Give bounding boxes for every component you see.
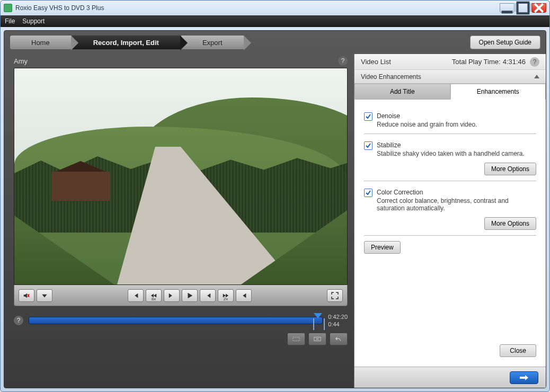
time-position: 0:44 (328, 321, 339, 327)
stabilize-desc: Stabilize shaky video taken with a handh… (377, 150, 525, 157)
skip-end-button[interactable] (236, 289, 252, 302)
step-back-button[interactable] (164, 289, 180, 302)
next-button[interactable] (510, 371, 538, 384)
enhancement-stabilize: Stabilize Stabilize shaky video taken wi… (364, 136, 536, 181)
svg-rect-0 (502, 11, 513, 13)
timeline-scrubber[interactable] (29, 317, 323, 324)
maximize-button[interactable] (516, 3, 530, 13)
color-correction-checkbox[interactable] (364, 189, 372, 197)
app-window: Roxio Easy VHS to DVD 3 Plus File Suppor… (0, 0, 550, 392)
video-list-label: Video List (361, 58, 391, 66)
playhead-icon[interactable] (314, 313, 322, 318)
tab-add-title[interactable]: Add Title (354, 84, 450, 100)
color-title: Color Correction (377, 189, 536, 196)
playtime-value: 4:31:46 (503, 58, 526, 66)
playback-controls: 8x 2x (14, 285, 348, 306)
help-icon[interactable]: ? (338, 56, 348, 66)
denoise-desc: Reduce noise and grain from video. (377, 121, 477, 128)
content-area: Home Record, Import, Edit Export Open Se… (4, 30, 546, 388)
mute-button[interactable] (19, 289, 34, 302)
window-title: Roxio Easy VHS to DVD 3 Plus (15, 4, 500, 12)
menu-file[interactable]: File (5, 17, 15, 25)
tab-enhancements[interactable]: Enhancements (450, 84, 546, 100)
rewind-8x-button[interactable]: 8x (146, 289, 162, 302)
cut-button[interactable] (287, 333, 305, 345)
preview-button[interactable]: Preview (364, 241, 401, 254)
open-setup-guide-button[interactable]: Open Setup Guide (470, 35, 540, 49)
tab-record-import-edit[interactable]: Record, Import, Edit (72, 35, 181, 50)
close-button[interactable] (531, 3, 546, 13)
tab-home[interactable]: Home (10, 35, 72, 50)
timeline-help-icon[interactable]: ? (14, 316, 23, 325)
right-pane: Video List Total Play Time: 4:31:46 ? Vi… (354, 54, 546, 388)
collapse-icon[interactable] (534, 75, 539, 78)
delete-segment-button[interactable] (308, 333, 326, 345)
enhancements-panel-label: Video Enhancements (361, 73, 421, 81)
fullscreen-button[interactable] (327, 289, 343, 302)
skip-start-button[interactable] (128, 289, 144, 302)
tab-export[interactable]: Export (181, 35, 244, 50)
bottom-bar (354, 367, 546, 388)
minimize-button[interactable] (500, 3, 514, 13)
playtime-label: Total Play Time: (452, 58, 501, 66)
svg-rect-1 (518, 3, 529, 14)
stabilize-more-options-button[interactable]: More Options (484, 163, 536, 175)
stabilize-title: Stabilize (377, 141, 525, 149)
nav-row: Home Record, Import, Edit Export Open Se… (4, 31, 546, 54)
titlebar[interactable]: Roxio Easy VHS to DVD 3 Plus (1, 1, 549, 15)
svg-rect-2 (293, 337, 299, 341)
stabilize-checkbox[interactable] (364, 141, 372, 150)
menu-support[interactable]: Support (22, 17, 45, 25)
step-forward-button[interactable] (200, 289, 216, 302)
video-thumbnail (14, 68, 347, 284)
denoise-checkbox[interactable] (364, 112, 372, 121)
denoise-title: Denoise (377, 112, 477, 120)
color-desc: Correct color balance, brightness, contr… (377, 197, 536, 212)
time-total: 0:42:20 (328, 314, 348, 320)
play-button[interactable] (182, 289, 198, 302)
video-name: Amy (14, 57, 28, 65)
left-pane: Amy ? (4, 54, 354, 388)
arrow-right-icon (519, 374, 529, 381)
color-more-options-button[interactable]: More Options (484, 217, 536, 230)
fast-forward-2x-button[interactable]: 2x (218, 289, 234, 302)
menubar: File Support (1, 15, 549, 27)
volume-menu-button[interactable] (37, 289, 52, 302)
videolist-help-icon[interactable]: ? (530, 57, 539, 67)
main-row: Amy ? (4, 54, 546, 388)
enhancement-denoise: Denoise Reduce noise and grain from vide… (364, 107, 536, 134)
video-preview[interactable] (14, 68, 348, 285)
enhancements-panel-header[interactable]: Video Enhancements (354, 70, 546, 84)
enhancements-body: Denoise Reduce noise and grain from vide… (354, 100, 546, 367)
video-list-header[interactable]: Video List Total Play Time: 4:31:46 ? (354, 54, 546, 70)
enhancement-color-correction: Color Correction Correct color balance, … (364, 183, 536, 236)
close-panel-button[interactable]: Close (500, 344, 536, 357)
app-icon (4, 4, 12, 12)
undo-button[interactable] (330, 333, 348, 345)
